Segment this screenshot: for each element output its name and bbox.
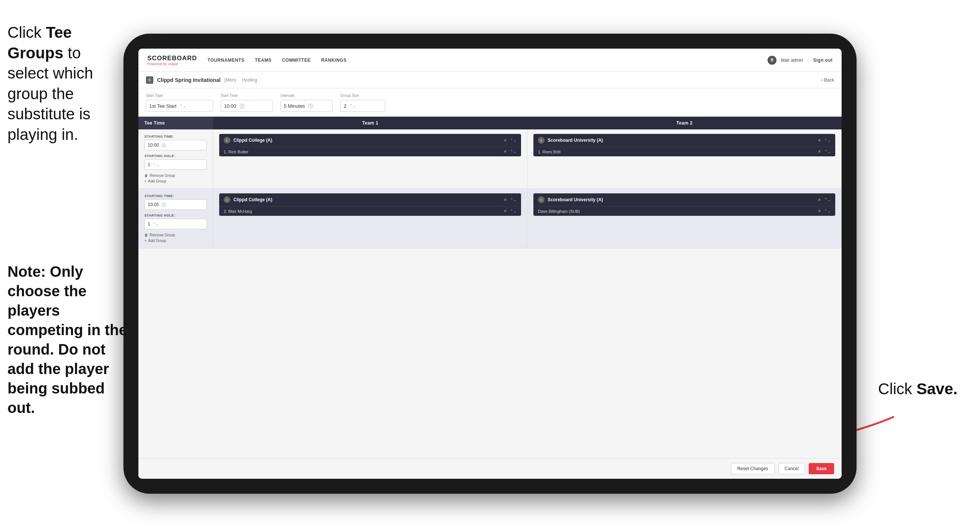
back-button[interactable]: ‹ Back <box>821 77 834 83</box>
group-size-input[interactable]: 2 ⌃⌄ <box>340 100 385 112</box>
group1-team1-name: Clippd College (A) <box>234 138 501 143</box>
breadcrumb-icon: B <box>146 76 153 84</box>
starting-hole-input-2[interactable]: 1 ⌃⌄ <box>145 219 207 229</box>
group1-team1-player1-remove[interactable]: ✕ <box>503 149 507 154</box>
group2-team1-player1-name: 2. Blair McHarg <box>224 209 501 213</box>
group-row-2: STARTING TIME: 10:05 🕐 STARTING HOLE: 1 … <box>138 189 842 248</box>
breadcrumb-left: B Clippd Spring Invitational (Men) Hosti… <box>146 76 257 84</box>
tournament-name: Clippd Spring Invitational <box>157 77 221 83</box>
group2-team2-up[interactable]: ⌃⌄ <box>824 197 831 202</box>
group1-team2-remove[interactable]: ✕ <box>818 138 821 143</box>
group2-team2-player1-up[interactable]: ⌃⌄ <box>824 209 831 213</box>
group-row: STARTING TIME: 10:00 🕐 STARTING HOLE: 1 … <box>138 129 842 189</box>
group1-team1-remove[interactable]: ✕ <box>503 138 507 143</box>
gender-badge: (Men) <box>224 77 236 83</box>
start-type-arrow: ⌃⌄ <box>180 103 186 108</box>
group2-team2-header: S Scoreboard University (A) ✕ ⌃⌄ <box>533 193 835 206</box>
start-time-clock: 🕐 <box>239 103 245 108</box>
starting-time-label-2: STARTING TIME: <box>145 194 207 198</box>
starting-time-input-2[interactable]: 10:05 🕐 <box>145 199 207 210</box>
time-clock-1: 🕐 <box>161 143 166 147</box>
group2-team1-header: C Clippd College (A) ✕ ⌃⌄ <box>219 193 521 206</box>
tee-groups-instruction: Click Tee Groups to select which group t… <box>0 22 116 145</box>
group2-team1-card[interactable]: C Clippd College (A) ✕ ⌃⌄ 2. Blair McHar… <box>219 193 521 216</box>
group-size-arrow: ⌃⌄ <box>349 103 356 108</box>
cancel-button[interactable]: Cancel <box>778 463 805 474</box>
logo-title: SCOREBOARD <box>147 55 197 62</box>
intervals-label: Intervals <box>280 94 333 98</box>
group1-team1-cell: C Clippd College (A) ✕ ⌃⌄ 1. Rich Butler <box>213 129 527 188</box>
group2-team1-player1-up[interactable]: ⌃⌄ <box>510 209 517 213</box>
group-size-label: Group Size <box>340 94 385 98</box>
reset-changes-button[interactable]: Reset Changes <box>731 463 775 474</box>
group1-team1-card[interactable]: C Clippd College (A) ✕ ⌃⌄ 1. Rich Butler <box>219 134 521 156</box>
group1-team2-cell: S Scoreboard University (A) ✕ ⌃⌄ 1. Rees… <box>527 129 842 188</box>
add-group-btn-2[interactable]: + Add Group <box>145 239 207 243</box>
starting-hole-input-1[interactable]: 1 ⌃⌄ <box>145 159 207 170</box>
table-header: Tee Time Team 1 Team 2 <box>138 117 842 129</box>
tablet-screen: SCOREBOARD Powered by clippd TOURNAMENTS… <box>138 49 842 479</box>
group2-team2-player1-name: Dave Billingham (SUB) <box>538 209 815 213</box>
group1-team2-actions: ✕ ⌃⌄ <box>818 138 831 143</box>
group2-team1-up[interactable]: ⌃⌄ <box>510 197 517 202</box>
start-type-group: Start Type 1st Tee Start ⌃⌄ <box>146 94 213 112</box>
group1-team1-player1-up[interactable]: ⌃⌄ <box>510 149 517 154</box>
remove-group-btn-1[interactable]: 🗑 Remove Group <box>145 174 207 178</box>
group2-team1-remove[interactable]: ✕ <box>503 197 507 202</box>
content-area: Tee Time Team 1 Team 2 STARTING TIME: 10… <box>138 117 842 479</box>
group2-team1-cell: C Clippd College (A) ✕ ⌃⌄ 2. Blair McHar… <box>213 189 527 248</box>
group1-team2-up[interactable]: ⌃⌄ <box>824 138 831 143</box>
group1-team2-player1: 1. Rees Britt ✕ ⌃⌄ <box>533 146 835 156</box>
group2-team2-card[interactable]: S Scoreboard University (A) ✕ ⌃⌄ Dave Bi… <box>533 193 835 216</box>
sign-out-link[interactable]: Sign out <box>813 56 833 64</box>
user-avatar: B <box>768 56 776 65</box>
group1-team1-header: C Clippd College (A) ✕ ⌃⌄ <box>219 134 521 146</box>
group1-team2-player1-name: 1. Rees Britt <box>538 150 815 154</box>
group2-team2-player1-remove[interactable]: ✕ <box>818 209 821 213</box>
group2-team2-name: Scoreboard University (A) <box>547 197 815 202</box>
group1-team1-up[interactable]: ⌃⌄ <box>510 138 517 143</box>
remove-icon-2: 🗑 <box>145 233 148 237</box>
nav-committee[interactable]: COMMITTEE <box>282 56 311 64</box>
remove-group-btn-2[interactable]: 🗑 Remove Group <box>145 233 207 237</box>
group1-team1-player1-name: 1. Rich Butler <box>224 150 501 154</box>
save-button[interactable]: Save <box>809 463 834 474</box>
nav-tournaments[interactable]: TOURNAMENTS <box>208 56 245 64</box>
start-time-group: Start Time 10:00 🕐 <box>221 94 273 112</box>
starting-time-input-1[interactable]: 10:00 🕐 <box>145 140 207 150</box>
group2-team2-player1: Dave Billingham (SUB) ✕ ⌃⌄ <box>533 206 835 216</box>
intervals-group: Intervals 5 Minutes 🕐 <box>280 94 333 112</box>
group2-team1-actions: ✕ ⌃⌄ <box>503 197 517 202</box>
group1-team2-player1-remove[interactable]: ✕ <box>818 149 821 154</box>
nav-teams[interactable]: TEAMS <box>255 56 272 64</box>
group2-controls: STARTING TIME: 10:05 🕐 STARTING HOLE: 1 … <box>138 189 213 248</box>
hole-arrow-2: ⌃⌄ <box>153 222 159 226</box>
group2-team2-cell: S Scoreboard University (A) ✕ ⌃⌄ Dave Bi… <box>527 189 842 248</box>
add-group-btn-1[interactable]: + Add Group <box>145 179 207 183</box>
tee-groups-bold: Tee Groups <box>8 24 72 62</box>
click-save-label: Click Save. <box>878 380 958 398</box>
nav-rankings[interactable]: RANKINGS <box>321 56 346 64</box>
intervals-input[interactable]: 5 Minutes 🕐 <box>280 100 333 112</box>
group1-team1-icon: C <box>224 137 231 143</box>
add-icon-1: + <box>145 179 146 183</box>
group2-team1-player1-remove[interactable]: ✕ <box>503 209 507 213</box>
start-type-input[interactable]: 1st Tee Start ⌃⌄ <box>146 100 213 112</box>
nav-right: B blair admin | Sign out <box>768 56 833 65</box>
group1-team2-card[interactable]: S Scoreboard University (A) ✕ ⌃⌄ 1. Rees… <box>533 134 835 156</box>
remove-icon-1: 🗑 <box>145 174 148 178</box>
group2-team1-name: Clippd College (A) <box>234 197 501 202</box>
col-tee-time: Tee Time <box>138 117 213 129</box>
group1-team2-player1-up[interactable]: ⌃⌄ <box>824 149 831 154</box>
group1-team2-name: Scoreboard University (A) <box>547 138 815 143</box>
starting-time-label-1: STARTING TIME: <box>145 135 207 139</box>
add-icon-2: + <box>145 239 146 243</box>
group1-team1-player1: 1. Rich Butler ✕ ⌃⌄ <box>219 146 521 156</box>
group2-team2-remove[interactable]: ✕ <box>818 197 821 202</box>
group1-team1-actions: ✕ ⌃⌄ <box>503 138 517 143</box>
settings-row: Start Type 1st Tee Start ⌃⌄ Start Time 1… <box>138 88 842 117</box>
group1-team2-icon: S <box>538 137 545 143</box>
user-name: blair admin <box>781 57 803 63</box>
starting-hole-label-2: STARTING HOLE: <box>145 213 207 217</box>
start-time-input[interactable]: 10:00 🕐 <box>221 100 273 112</box>
